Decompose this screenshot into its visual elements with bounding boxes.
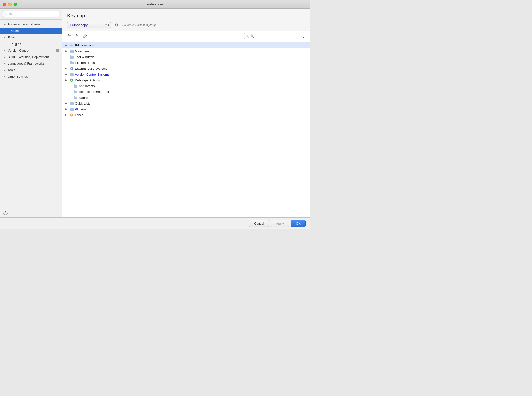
bottom-bar: Cancel Apply OK: [0, 217, 310, 229]
sidebar-item-appearance-behavior[interactable]: ▶ Appearance & Behavior: [0, 21, 62, 28]
tree-item-label: Plug-ins: [75, 107, 86, 111]
main-layout: ▶ Appearance & Behavior Keymap ▶ Editor …: [0, 9, 310, 217]
collapse-all-button[interactable]: [74, 33, 81, 39]
sidebar-item-build-execution[interactable]: ▶ Build, Execution, Deployment: [0, 54, 62, 60]
sidebar-search-wrapper: [3, 11, 59, 17]
chevron-right-icon: ▶: [4, 69, 6, 71]
find-icon: [300, 34, 304, 38]
sidebar-item-tools[interactable]: ▶ Tools: [0, 67, 62, 73]
sidebar-item-editor[interactable]: ▶ Editor: [0, 34, 62, 41]
tree-item-editor-actions[interactable]: ▶ ✏ Editor Actions: [62, 42, 310, 48]
sidebar-search-container: [0, 9, 62, 20]
svg-rect-17: [70, 62, 74, 64]
svg-rect-9: [76, 37, 77, 37]
svg-rect-23: [74, 85, 77, 88]
chevron-right-icon: ▶: [65, 50, 68, 52]
svg-rect-25: [74, 97, 77, 99]
content-title: Keymap: [67, 13, 305, 19]
folder-icon: [74, 96, 77, 99]
chevron-right-icon: ▶: [65, 102, 68, 105]
tree-area[interactable]: ▶ ✏ Editor Actions ▶ Main menu ▶ Tool Wi…: [62, 41, 310, 217]
chevron-right-icon: ▶: [4, 56, 6, 58]
tree-item-label: Version Control Systems: [75, 73, 109, 76]
tree-item-label: Main menu: [75, 49, 90, 53]
tree-item-quick-lists[interactable]: ▶ Quick Lists: [62, 100, 310, 106]
maximize-button[interactable]: [14, 3, 17, 6]
toolbar-row: [62, 31, 310, 41]
chevron-right-icon: ▶: [65, 108, 68, 110]
configure-gear-button[interactable]: ⚙: [113, 22, 120, 28]
svg-point-29: [71, 114, 72, 116]
chevron-right-icon: ▶: [65, 79, 68, 81]
sidebar-search-input[interactable]: [3, 11, 59, 17]
tree-item-debugger-actions[interactable]: ▶ Debugger Actions: [62, 77, 310, 83]
sidebar-item-label: Plugins: [11, 42, 21, 46]
keymap-select-wrapper: Eclipse copy Default Mac OS X Eclipse Ne…: [67, 22, 111, 28]
svg-point-19: [71, 68, 72, 69]
minimize-button[interactable]: [8, 3, 12, 6]
tree-item-tool-windows[interactable]: ▶ Tool Windows: [62, 54, 310, 60]
gear-small-icon: [70, 67, 74, 70]
chevron-right-icon: ▶: [4, 49, 6, 52]
toolbar-right: [244, 33, 306, 39]
sidebar-item-languages-frameworks[interactable]: ▶ Languages & Frameworks: [0, 60, 62, 67]
folder-icon: [70, 49, 74, 53]
tree-item-main-menu[interactable]: ▶ Main menu: [62, 48, 310, 54]
keymap-select[interactable]: Eclipse copy Default Mac OS X Eclipse Ne…: [67, 22, 111, 28]
tree-item-ant-targets[interactable]: ▶ Ant Targets: [62, 83, 310, 89]
expand-all-button[interactable]: [66, 33, 73, 39]
sidebar-item-keymap[interactable]: Keymap: [0, 28, 62, 34]
svg-rect-3: [68, 37, 69, 37]
vcs-indicator-icon: ⬛: [56, 49, 59, 52]
svg-rect-24: [74, 91, 77, 93]
sidebar-item-label: Keymap: [11, 29, 22, 33]
folder-icon: [70, 107, 74, 111]
collapse-all-icon: [75, 34, 79, 38]
tree-item-label: External Tools: [75, 61, 95, 65]
gear-green-icon: [70, 78, 74, 82]
sidebar-item-label: Build, Execution, Deployment: [8, 55, 49, 59]
sidebar-items-list: ▶ Appearance & Behavior Keymap ▶ Editor …: [0, 20, 62, 207]
tree-item-other[interactable]: ▶ Other: [62, 112, 310, 118]
svg-rect-15: [70, 50, 74, 53]
cancel-button[interactable]: Cancel: [249, 220, 269, 227]
content-area: Keymap Eclipse copy Default Mac OS X Ecl…: [62, 9, 310, 217]
help-button[interactable]: ?: [3, 210, 8, 215]
pencil-icon: [83, 34, 87, 38]
tree-item-label: Editor Actions: [75, 44, 94, 47]
sidebar-item-version-control[interactable]: ▶ Version Control ⬛: [0, 47, 62, 54]
window-title: Preferences: [146, 2, 163, 6]
tree-item-external-build-systems[interactable]: ▶ External Build Systems: [62, 66, 310, 71]
tree-item-external-tools[interactable]: ▶ External Tools: [62, 60, 310, 66]
svg-rect-0: [68, 34, 69, 35]
svg-rect-27: [70, 108, 74, 111]
apply-button[interactable]: Apply: [271, 220, 289, 227]
svg-rect-6: [76, 34, 77, 35]
svg-rect-5: [69, 35, 71, 36]
tree-item-label: Remote External Tools: [79, 90, 111, 94]
chevron-right-icon: ▶: [65, 44, 68, 46]
svg-rect-20: [70, 73, 74, 76]
tree-search-wrapper: [244, 33, 297, 39]
gear-orange-icon: [70, 113, 74, 117]
chevron-right-icon: ▶: [65, 114, 68, 116]
tree-search-input[interactable]: [244, 33, 297, 39]
chevron-right-icon: ▶: [4, 62, 6, 65]
ok-button[interactable]: OK: [291, 220, 306, 227]
tree-item-plug-ins[interactable]: ▶ Plug-ins: [62, 106, 310, 112]
folder-icon: [74, 90, 77, 94]
tree-item-macros[interactable]: ▶ Macros: [62, 95, 310, 100]
chevron-right-icon: ▶: [65, 73, 68, 76]
close-button[interactable]: [3, 3, 6, 6]
toolbar-left: [66, 33, 89, 39]
tree-item-version-control-systems[interactable]: ▶ Version Control Systems: [62, 71, 310, 77]
based-on-text: Based on Eclipse keymap: [122, 23, 156, 27]
sidebar-item-plugins[interactable]: Plugins: [0, 41, 62, 47]
tree-item-label: Macros: [79, 96, 89, 99]
edit-button[interactable]: [82, 33, 89, 39]
sidebar-item-other-settings[interactable]: ▶ Other Settings: [0, 73, 62, 80]
tree-item-remote-external-tools[interactable]: ▶ Remote External Tools: [62, 89, 310, 95]
keymap-selector-row: Eclipse copy Default Mac OS X Eclipse Ne…: [67, 22, 305, 28]
svg-rect-26: [70, 102, 74, 105]
find-button[interactable]: [299, 33, 306, 39]
